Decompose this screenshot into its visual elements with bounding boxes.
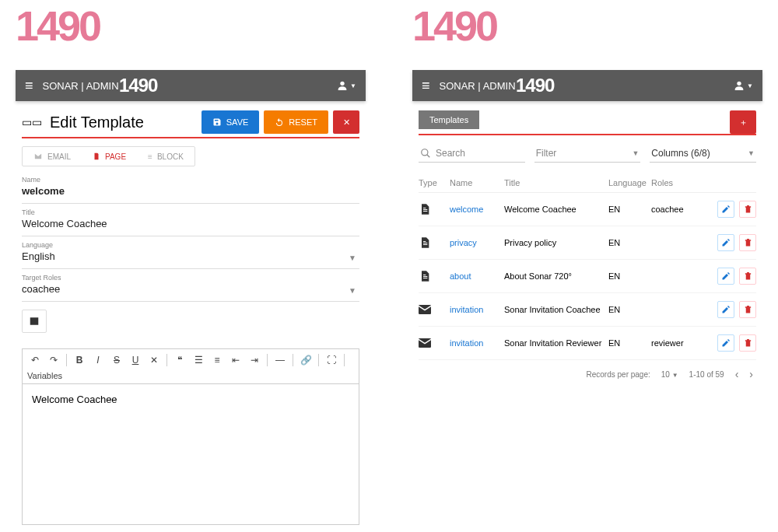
caret-down-icon: ▼ — [747, 82, 753, 89]
edit-button[interactable] — [717, 234, 734, 251]
search-input[interactable]: Search — [419, 145, 525, 163]
variables-dropdown[interactable]: Variables — [27, 371, 62, 380]
delete-button[interactable] — [739, 268, 756, 285]
svg-rect-16 — [423, 278, 427, 278]
email-icon — [33, 152, 43, 160]
templates-table: Type Name Title Language Roles welcomeWe… — [419, 173, 756, 360]
delete-button[interactable] — [739, 234, 756, 251]
tab-block[interactable]: ≡ BLOCK — [137, 147, 194, 166]
filter-select[interactable]: Filter ▼ — [534, 145, 641, 163]
bold-button[interactable]: B — [72, 352, 87, 368]
template-type-tabs: EMAIL PAGE ≡ BLOCK — [22, 146, 195, 166]
quote-button[interactable]: ❝ — [172, 352, 187, 368]
delete-button[interactable] — [739, 334, 756, 352]
svg-rect-15 — [423, 276, 427, 277]
rpp-select[interactable]: 10 ▼ — [661, 370, 678, 379]
person-icon — [336, 79, 349, 92]
caret-down-icon: ▼ — [350, 82, 356, 89]
row-title: Welcome Coachee — [504, 205, 608, 214]
page-title: Edit Template — [50, 114, 202, 131]
tab-page[interactable]: PAGE — [82, 147, 137, 166]
editor-toolbar: ↶ ↷ B I S U ✕ ❝ ☰ ≡ ⇤ ⇥ — — [23, 349, 359, 384]
person-icon — [733, 79, 745, 92]
template-icon: ▭▭ — [22, 116, 42, 128]
page-range: 1-10 of 59 — [689, 370, 724, 379]
roles-field[interactable]: Target Roles coachee ▼ — [22, 271, 359, 302]
italic-button[interactable]: I — [90, 352, 106, 368]
row-language: EN — [608, 271, 651, 281]
section-header: Templates ＋ — [419, 110, 756, 135]
editor-body[interactable]: Welcome Coachee — [23, 384, 359, 524]
row-name-link[interactable]: privacy — [450, 238, 504, 247]
topbar-logo: 1490 — [516, 76, 734, 95]
indent-button[interactable]: ⇥ — [247, 352, 262, 368]
row-name-link[interactable]: invitation — [450, 305, 504, 314]
caret-down-icon: ▼ — [349, 254, 356, 262]
strike-button[interactable]: S — [109, 352, 124, 368]
outdent-button[interactable]: ⇤ — [228, 352, 244, 368]
prev-page-button[interactable]: ‹ — [735, 368, 739, 380]
row-language: EN — [608, 305, 651, 314]
columns-select[interactable]: Columns (6/8) ▼ — [650, 145, 756, 163]
table-row: invitationSonar Invitation ReviewerENrev… — [419, 327, 756, 360]
tab-email[interactable]: EMAIL — [23, 147, 82, 166]
brand-logo: 1490 — [412, 8, 762, 47]
svg-rect-12 — [423, 243, 427, 243]
fullscreen-button[interactable]: ⛶ — [324, 352, 339, 368]
row-name-link[interactable]: welcome — [450, 205, 504, 214]
account-menu[interactable]: ▼ — [733, 79, 753, 92]
bullet-list-button[interactable]: ☰ — [191, 352, 206, 368]
search-icon — [420, 148, 431, 159]
account-menu[interactable]: ▼ — [336, 79, 356, 92]
caret-down-icon: ▼ — [349, 286, 356, 295]
title-field[interactable]: Title Welcome Coachee — [22, 205, 359, 236]
svg-point-2 — [340, 82, 344, 86]
type-icon — [419, 338, 450, 348]
redo-button[interactable]: ↷ — [46, 352, 61, 368]
row-name-link[interactable]: invitation — [450, 338, 504, 348]
row-title: Sonar Invitation Reviewer — [504, 338, 608, 348]
table-row: aboutAbout Sonar 720°EN — [419, 260, 756, 293]
name-field[interactable]: Name welcome — [22, 173, 359, 204]
page-icon — [93, 152, 100, 161]
svg-point-7 — [422, 149, 428, 156]
reset-button[interactable]: RESET — [264, 110, 328, 134]
number-list-button[interactable]: ≡ — [209, 352, 225, 368]
breadcrumb-chip[interactable]: Templates — [419, 110, 479, 129]
next-page-button[interactable]: › — [749, 368, 753, 380]
row-name-link[interactable]: about — [450, 271, 504, 281]
svg-line-8 — [427, 155, 430, 158]
filters-row: Search Filter ▼ Columns (6/8) ▼ — [419, 145, 756, 163]
undo-button[interactable]: ↶ — [27, 352, 43, 368]
row-roles: reviewer — [651, 338, 710, 348]
templates-list-pane: 1490 ≡ SONAR | ADMIN 1490 ▼ Templates ＋ — [412, 0, 762, 532]
clear-format-button[interactable]: ✕ — [146, 352, 162, 368]
save-button[interactable]: SAVE — [202, 110, 260, 134]
app-title: SONAR | ADMIN — [43, 80, 119, 92]
menu-icon[interactable]: ≡ — [25, 78, 33, 94]
delete-button[interactable] — [739, 301, 756, 318]
table-row: welcomeWelcome CoacheeENcoachee — [419, 193, 756, 226]
underline-button[interactable]: U — [128, 352, 143, 368]
hr-button[interactable]: — — [272, 352, 288, 368]
svg-text:1490: 1490 — [16, 8, 100, 47]
edit-button[interactable] — [717, 201, 734, 218]
type-icon — [419, 270, 450, 282]
add-button[interactable]: ＋ — [730, 110, 756, 134]
edit-button[interactable] — [717, 334, 734, 352]
top-bar: ≡ SONAR | ADMIN 1490 ▼ — [412, 70, 762, 101]
language-field[interactable]: Language English ▼ — [22, 238, 359, 269]
insert-image-button[interactable] — [22, 310, 47, 333]
edit-button[interactable] — [717, 268, 734, 285]
row-language: EN — [608, 238, 651, 247]
brand-logo: 1490 — [16, 8, 366, 47]
menu-icon[interactable]: ≡ — [422, 78, 430, 94]
row-title: About Sonar 720° — [504, 271, 608, 281]
delete-button[interactable] — [739, 201, 756, 218]
edit-button[interactable] — [717, 301, 734, 318]
close-button[interactable]: ✕ — [333, 110, 359, 134]
app-title: SONAR | ADMIN — [440, 80, 516, 92]
edit-template-pane: 1490 ≡ SONAR | ADMIN 1490 ▼ ▭▭ Edit Temp… — [16, 0, 366, 532]
link-button[interactable]: 🔗 — [298, 352, 314, 368]
row-language: EN — [608, 205, 651, 214]
